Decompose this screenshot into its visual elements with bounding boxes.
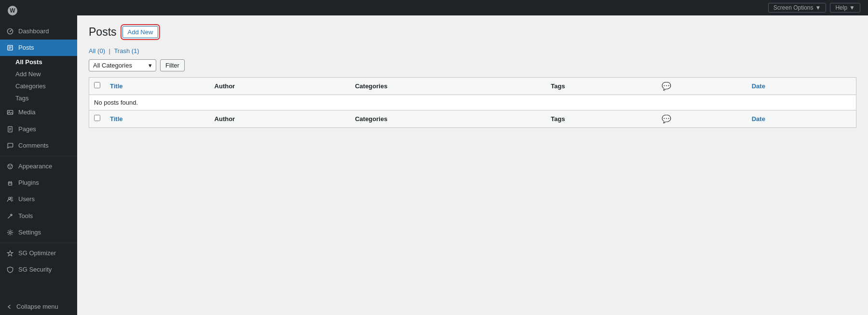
sidebar-item-label: Users [18,195,35,204]
sidebar-divider-2 [0,243,77,243]
sidebar-item-label: Posts [18,43,34,52]
sidebar-item-label: SG Security [18,265,52,274]
category-dropdown-label: All Categories [93,62,132,69]
sidebar-item-settings[interactable]: Settings [0,224,77,241]
plugin-icon [6,178,14,187]
sidebar-item-posts[interactable]: Posts [0,40,77,56]
col-footer-categories: Categories [350,110,546,127]
sidebar-subitem-add-new[interactable]: Add New [0,68,77,80]
col-footer-author: Author [210,110,351,127]
help-label: Help [835,4,847,11]
palette-icon [6,162,14,171]
filter-button[interactable]: Filter [160,59,185,71]
comment-bubble-icon: 💬 [662,82,671,90]
collapse-menu-button[interactable]: Collapse menu [0,298,77,315]
main-area: Screen Options ▼ Help ▼ Posts Add New Al… [77,0,868,315]
category-dropdown[interactable]: All Categories ▾ [89,59,156,71]
select-all-footer-checkbox[interactable] [94,115,100,121]
col-header-categories: Categories [350,77,546,95]
image-icon [6,108,14,117]
sidebar-item-sg-optimizer[interactable]: SG Optimizer [0,245,77,261]
sg-optimizer-icon [6,249,14,258]
sg-security-icon [6,265,14,274]
no-posts-row: No posts found. [89,95,856,110]
view-all-link[interactable]: All (0) [89,47,107,55]
sidebar-item-label: Pages [18,125,36,134]
sidebar-item-label: Tools [18,212,33,220]
select-all-footer [89,110,106,127]
sidebar-item-label: Comments [18,141,49,150]
tools-icon [6,212,14,220]
view-trash-link[interactable]: Trash (1) [114,47,139,55]
sidebar-item-pages[interactable]: Pages [0,121,77,137]
svg-point-20 [9,197,11,199]
sidebar-item-dashboard[interactable]: Dashboard [0,23,77,40]
post-icon [6,43,14,52]
svg-point-21 [11,197,13,199]
gauge-icon [6,27,14,36]
sidebar-subitem-tags[interactable]: Tags [0,92,77,104]
sidebar-item-plugins[interactable]: Plugins [0,175,77,191]
footer-date-link[interactable]: Date [752,115,765,123]
comment-icon [6,141,14,150]
screen-options-chevron: ▼ [815,4,821,11]
sidebar-item-label: Plugins [18,178,39,187]
chevron-down-icon: ▾ [149,62,152,69]
sidebar: W Dashboard Posts All Posts Add New Cate… [0,0,77,315]
footer-title-link[interactable]: Title [110,115,123,123]
svg-point-15 [10,167,11,168]
page-title: Posts [89,25,117,40]
select-all-header [89,77,106,95]
sidebar-item-sg-security[interactable]: SG Security [0,261,77,278]
svg-point-12 [8,164,13,169]
sidebar-item-comments[interactable]: Comments [0,137,77,154]
col-header-author: Author [210,77,351,95]
users-icon [6,195,14,204]
col-footer-date: Date [747,110,856,127]
collapse-label: Collapse menu [16,303,58,310]
screen-options-label: Screen Options [773,4,814,11]
col-header-date: Date [747,77,856,95]
col-footer-tags: Tags [546,110,657,127]
sidebar-item-appearance[interactable]: Appearance [0,158,77,175]
svg-point-22 [9,232,11,233]
col-header-title: Title [105,77,210,95]
col-header-tags: Tags [546,77,657,95]
sidebar-item-label: Appearance [18,162,52,171]
table-footer-row: Title Author Categories Tags 💬 Date [89,110,856,127]
filter-bar: All Categories ▾ Filter [89,59,856,71]
table-header-row: Title Author Categories Tags 💬 Date [89,77,856,95]
sidebar-item-label: SG Optimizer [18,249,56,258]
date-sort-link[interactable]: Date [752,82,765,90]
view-links-separator: | [109,47,110,55]
sidebar-subitem-all-posts[interactable]: All Posts [0,56,77,68]
sidebar-logo[interactable]: W [0,0,77,21]
view-links: All (0) | Trash (1) [89,47,856,55]
sidebar-item-media[interactable]: Media [0,104,77,121]
sidebar-subitem-categories[interactable]: Categories [0,80,77,92]
settings-icon [6,228,14,237]
select-all-checkbox[interactable] [94,82,100,88]
page-title-row: Posts Add New [89,25,856,40]
posts-table: Title Author Categories Tags 💬 Date No p… [89,77,856,128]
sidebar-item-label: Media [18,108,35,117]
sidebar-item-users[interactable]: Users [0,191,77,207]
sidebar-section-main: Dashboard Posts All Posts Add New Catego… [0,21,77,280]
content-area: Posts Add New All (0) | Trash (1) All Ca… [77,15,868,315]
no-posts-message: No posts found. [89,95,856,110]
title-sort-link[interactable]: Title [110,82,123,90]
svg-point-14 [11,165,12,166]
sidebar-item-label: Dashboard [18,27,49,36]
col-footer-title: Title [105,110,210,127]
add-new-button[interactable]: Add New [122,26,159,38]
screen-options-button[interactable]: Screen Options ▼ [768,3,827,13]
topbar: Screen Options ▼ Help ▼ [77,0,868,15]
sidebar-item-tools[interactable]: Tools [0,208,77,224]
col-header-comments: 💬 [657,77,746,95]
help-button[interactable]: Help ▼ [830,3,860,13]
col-footer-comments: 💬 [657,110,746,127]
wordpress-icon: W [8,6,17,15]
help-chevron: ▼ [849,4,855,11]
svg-rect-6 [7,110,13,114]
svg-point-13 [9,165,10,166]
